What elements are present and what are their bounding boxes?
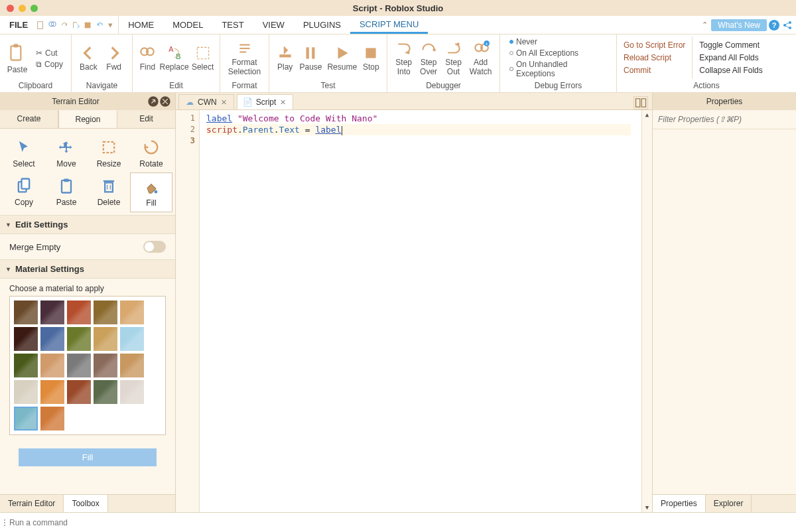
step-over-button[interactable]: Step Over [416,38,440,78]
reload-script-link[interactable]: Reload Script [624,52,685,64]
material-swatch[interactable] [94,300,117,324]
subtab-region[interactable]: Region [58,109,117,128]
material-swatch[interactable] [120,380,144,404]
merge-empty-toggle[interactable] [143,241,166,253]
material-swatch[interactable] [40,380,64,404]
material-swatch[interactable] [14,300,38,324]
tab-plugins[interactable]: PLUGINS [294,16,350,34]
window-layout-icon[interactable] [633,96,648,109]
find-icon[interactable] [48,21,57,30]
tab-model[interactable]: MODEL [163,16,212,34]
prop-tab-explorer[interactable]: Explorer [706,495,752,512]
maximize-window[interactable] [31,5,38,12]
qat-dropdown-icon[interactable]: ▾ [107,21,113,30]
material-settings-header[interactable]: Material Settings [0,259,175,279]
fill-button[interactable]: Fill [19,448,157,466]
minimize-window[interactable] [19,5,26,12]
filter-properties-input[interactable] [657,113,792,126]
command-input[interactable] [9,518,792,527]
pause-button[interactable]: Pause [297,43,324,74]
debug-on-all-radio[interactable]: On All Exceptions [507,48,610,58]
toggle-comment-link[interactable]: Toggle Comment [699,39,762,51]
collapse-folds-link[interactable]: Collapse All Folds [699,64,762,76]
debug-on-unhandled-radio[interactable]: On Unhandled Exceptions [507,59,610,79]
whats-new-button[interactable]: What's New [711,19,767,31]
tool-resize[interactable]: Resize [88,134,130,172]
find-button[interactable]: Find [137,43,159,74]
material-swatch[interactable] [120,300,144,324]
material-swatch[interactable] [67,354,91,377]
prop-tab-properties[interactable]: Properties [653,495,706,512]
doctab-script[interactable]: 📄 Script ✕ [237,94,294,109]
new-icon[interactable] [36,21,45,30]
material-swatch[interactable] [94,380,117,404]
material-swatch[interactable] [94,327,117,351]
scroll-up-icon[interactable]: ▲ [642,110,652,119]
material-swatch[interactable] [40,407,64,431]
material-swatch[interactable] [120,327,144,351]
add-watch-button[interactable]: +Add Watch [466,38,496,78]
commit-link[interactable]: Commit [624,64,685,76]
resume-button[interactable]: Resume [325,43,360,74]
collapse-ribbon-icon[interactable]: ⌃ [699,20,710,31]
grip-icon[interactable] [4,519,5,526]
material-swatch[interactable] [40,300,64,324]
scroll-down-icon[interactable]: ▼ [642,503,652,512]
redo-icon[interactable] [60,21,69,30]
tool-delete[interactable]: Delete [88,172,130,212]
fwd-button[interactable]: Fwd [101,43,127,74]
expand-folds-link[interactable]: Expand All Folds [699,52,762,64]
stop-button[interactable]: Stop [360,43,383,74]
material-swatch[interactable] [67,327,91,351]
tool-fill[interactable]: Fill [130,172,172,212]
tool-copy[interactable]: Copy [3,172,45,212]
tab-home[interactable]: HOME [119,16,163,34]
edit-settings-header[interactable]: Edit Settings [0,215,175,234]
help-icon[interactable]: ? [768,19,780,31]
copy-button[interactable]: ⧉Copy [33,59,66,70]
material-swatch[interactable] [120,354,144,377]
material-swatch[interactable] [40,354,64,377]
close-window[interactable] [7,5,14,12]
select-button[interactable]: Select [190,43,216,74]
tool-rotate[interactable]: Rotate [130,134,172,172]
color-swatch-icon[interactable] [84,21,93,30]
close-tab-icon[interactable]: ✕ [280,98,286,107]
editor-scrollbar[interactable]: ▲ ▼ [641,110,652,512]
material-swatch[interactable] [14,380,38,404]
material-swatch[interactable] [67,380,91,404]
material-swatch[interactable] [94,354,117,377]
subtab-edit[interactable]: Edit [117,110,175,128]
debug-never-radio[interactable]: Never [507,36,610,47]
export-icon[interactable] [72,21,81,30]
material-swatch[interactable] [14,354,38,377]
material-swatch[interactable] [14,407,38,431]
material-swatch[interactable] [14,327,38,351]
popout-icon[interactable] [147,96,159,107]
material-swatch[interactable] [40,327,64,351]
material-swatch[interactable] [67,300,91,324]
file-menu[interactable]: FILE [5,20,32,30]
close-panel-icon[interactable] [159,96,171,107]
paste-button[interactable]: Paste [4,40,31,76]
undo-icon[interactable] [96,21,105,30]
tab-test[interactable]: TEST [212,16,253,34]
tool-paste[interactable]: Paste [45,172,88,212]
bottom-tab-terrain-editor[interactable]: Terrain Editor [0,495,64,512]
share-icon[interactable] [781,19,793,31]
tool-select[interactable]: Select [3,134,45,172]
play-button[interactable]: Play [273,43,297,74]
step-out-button[interactable]: Step Out [441,38,466,78]
close-tab-icon[interactable]: ✕ [221,98,227,107]
step-into-button[interactable]: Step Into [391,38,416,78]
goto-script-error-link[interactable]: Go to Script Error [624,39,685,51]
bottom-tab-toolbox[interactable]: Toolbox [64,495,107,512]
replace-button[interactable]: ABReplace [159,43,190,74]
code-editor[interactable]: label "Welcome to Code With Nano"script.… [200,110,631,512]
format-selection-button[interactable]: Format Selection [224,38,265,78]
back-button[interactable]: Back [76,43,101,74]
doctab-cwn[interactable]: ☁︎ CWN ✕ [178,94,234,109]
tool-move[interactable]: Move [45,134,88,172]
subtab-create[interactable]: Create [0,110,58,128]
tab-view[interactable]: VIEW [253,16,294,34]
